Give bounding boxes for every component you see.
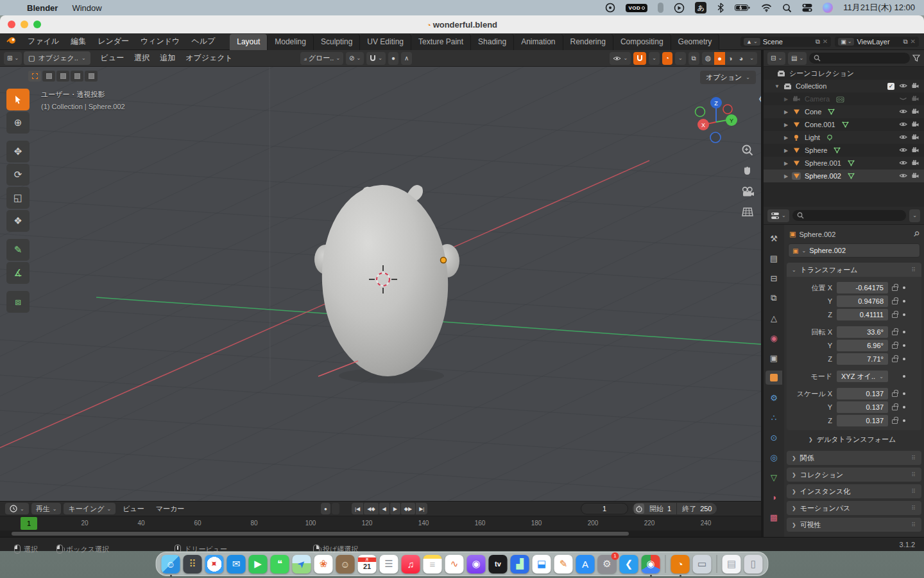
dock-facetime[interactable]: ▶ — [249, 555, 268, 574]
animate-dot-icon[interactable] — [903, 375, 905, 378]
outliner-row-cone.001[interactable]: ▶Cone.001 — [764, 118, 924, 131]
outliner-search-input[interactable] — [809, 53, 910, 64]
transform-value-field[interactable]: 33.6° — [837, 326, 888, 338]
shading-wireframe-button[interactable]: ◍ — [702, 52, 715, 65]
workspace-tab-sculpting[interactable]: Sculpting — [314, 34, 360, 50]
timeline-editor-type-button[interactable]: ⌄ — [5, 503, 29, 514]
proportional-settings-chevron[interactable]: ⌄ — [675, 52, 686, 65]
navigation-gizmo[interactable]: Z X Y — [690, 94, 740, 145]
disclosure-icon[interactable]: ▶ — [783, 173, 789, 179]
dock-downloads[interactable]: ▤ — [723, 555, 741, 574]
filter-funnel-icon[interactable] — [912, 55, 920, 62]
tool-measure[interactable]: ∡ — [6, 262, 30, 284]
pan-hand-icon[interactable] — [741, 165, 754, 178]
start-frame-field[interactable]: 開始1 — [644, 503, 676, 514]
breadcrumb-object-name[interactable]: Sphere.002 — [799, 231, 835, 238]
disclosure-icon[interactable]: ▶ — [783, 135, 789, 141]
viewlayer-icon[interactable]: ▣⌄ — [838, 38, 854, 46]
disable-render-icon[interactable] — [912, 108, 919, 116]
properties-tab-view-layer[interactable]: ⧉ — [766, 291, 782, 305]
outliner-row-cone[interactable]: ▶Cone — [764, 105, 924, 118]
remove-viewlayer-icon[interactable]: ✕ — [911, 38, 916, 45]
disclosure-icon[interactable]: ▶ — [783, 148, 789, 153]
unlock-icon[interactable] — [892, 331, 898, 335]
perspective-toggle-icon[interactable] — [741, 206, 754, 218]
zoom-icon[interactable] — [741, 144, 754, 157]
current-frame-field[interactable]: 1 — [581, 503, 628, 514]
object-visibility-dropdown[interactable]: ⌄ — [610, 52, 631, 65]
transform-panel-header[interactable]: ⌄トランスフォーム ⠿ — [787, 263, 921, 277]
proportional-editing-button[interactable]: ● — [388, 52, 398, 65]
keyingset-button[interactable] — [332, 503, 339, 514]
properties-editor-type-button[interactable]: ⌄ — [767, 209, 789, 222]
dock-safari[interactable]: ✦ — [205, 555, 224, 574]
disclosure-icon[interactable]: ▶ — [783, 122, 789, 128]
tool-cursor[interactable]: ⊕ — [6, 112, 30, 134]
viewport-3d[interactable] — [0, 67, 761, 501]
topbar-menu-2[interactable]: レンダー — [92, 33, 135, 49]
properties-tab-particles[interactable]: ∴ — [766, 410, 782, 425]
select-mode-extend[interactable] — [42, 71, 55, 82]
blender-logo-icon[interactable] — [6, 36, 17, 47]
select-mode-subtract[interactable] — [56, 71, 69, 82]
hide-eye-icon[interactable] — [899, 121, 907, 128]
unlock-icon[interactable] — [892, 358, 898, 362]
animate-dot-icon[interactable] — [903, 286, 905, 289]
keying-menu[interactable]: キーイング⌄ — [64, 503, 116, 514]
outliner-item-label[interactable]: Sphere.002 — [805, 172, 841, 180]
dock-keynote[interactable]: ⬓ — [533, 555, 551, 574]
properties-options-button[interactable]: ⌄ — [909, 209, 920, 222]
dock-blender[interactable]: ◔ — [671, 555, 690, 574]
outliner-row-sphere[interactable]: ▶Sphere — [764, 144, 924, 157]
dock-pages[interactable]: ✎ — [554, 555, 573, 574]
properties-search-input[interactable] — [792, 210, 907, 221]
disable-render-icon[interactable] — [912, 121, 919, 128]
dock-reminders[interactable]: ☰ — [380, 555, 398, 574]
disclosure-icon[interactable]: ▼ — [774, 83, 780, 89]
outliner-row-sphere.002[interactable]: ▶Sphere.002 — [764, 170, 924, 182]
select-mode-new[interactable] — [28, 71, 41, 82]
transform-value-field[interactable]: 0.137 — [837, 388, 888, 399]
prev-keyframe-button[interactable]: ◀◆ — [364, 503, 378, 514]
tool-scale[interactable]: ◱ — [6, 187, 30, 209]
hide-eye-icon[interactable] — [899, 172, 907, 180]
transform-value-field[interactable]: 0.41111 — [837, 309, 888, 320]
outliner-editor-type-button[interactable]: ▤⌄ — [788, 52, 807, 65]
workspace-tab-uv-editing[interactable]: UV Editing — [360, 34, 411, 50]
current-frame-badge[interactable]: 1 — [21, 517, 37, 530]
next-keyframe-button[interactable]: ◆▶ — [401, 503, 415, 514]
proportional-falloff-button[interactable]: ∧ — [401, 52, 412, 65]
delta-transform-row[interactable]: ❯デルタトランスフォーム — [787, 432, 921, 447]
object-name-field[interactable]: ▣ ⌄ Sphere.002 — [788, 243, 920, 258]
panel-grip-icon[interactable]: ⠿ — [911, 521, 916, 528]
overlays-toggle[interactable]: ⧉ — [689, 52, 699, 65]
tool-transform[interactable]: ❖ — [6, 210, 30, 232]
workspace-tab-layout[interactable]: Layout — [230, 34, 268, 50]
pin-icon[interactable]: ⚲ — [912, 229, 921, 239]
dock-trash[interactable]: ▯ — [744, 555, 763, 574]
animate-dot-icon[interactable] — [903, 344, 905, 347]
outliner-item-label[interactable]: Collection — [796, 82, 826, 90]
dock-podcasts[interactable]: ◉ — [467, 555, 486, 574]
jump-to-end-button[interactable]: ▶| — [416, 503, 427, 514]
scene-name[interactable]: Scene — [763, 38, 813, 46]
disable-render-icon[interactable] — [912, 159, 919, 167]
unlock-icon[interactable] — [892, 392, 898, 397]
outliner-row-collection[interactable]: ▼Collection✓ — [764, 80, 924, 92]
playback-menu[interactable]: 再生⌄ — [31, 503, 62, 514]
outliner-display-mode-button[interactable]: ⊟⌄ — [767, 52, 785, 65]
animate-dot-icon[interactable] — [903, 313, 905, 316]
select-mode-invert[interactable] — [71, 71, 83, 82]
outliner-item-label[interactable]: Camera — [805, 95, 830, 103]
hide-eye-icon[interactable] — [899, 95, 907, 103]
scrollbar-thumb[interactable] — [12, 532, 629, 536]
viewport-options-dropdown[interactable]: オプション⌄ — [700, 71, 756, 84]
scene-icon[interactable]: ▲⌄ — [744, 38, 760, 46]
properties-tab-object[interactable] — [766, 371, 782, 385]
app-menu-blender[interactable]: Blender — [27, 3, 58, 13]
timeline-marker-menu[interactable]: マーカー — [151, 503, 189, 515]
tool-select-box[interactable] — [6, 89, 30, 110]
hide-eye-icon[interactable] — [899, 108, 907, 116]
shading-settings-chevron[interactable]: ⌄ — [746, 52, 757, 65]
panel-3[interactable]: ❯モーションパス⠿ — [787, 501, 921, 515]
